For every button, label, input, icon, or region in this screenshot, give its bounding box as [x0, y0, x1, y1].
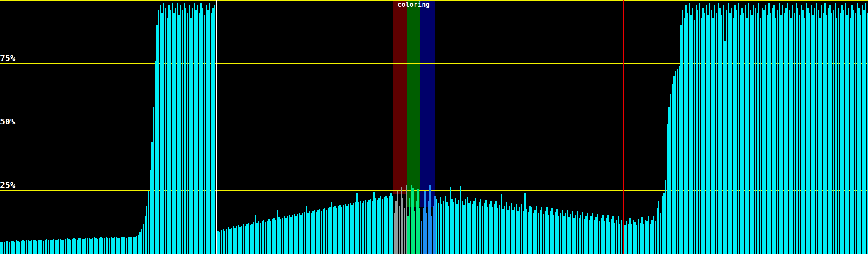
- histogram-bar: [306, 206, 307, 254]
- histogram-bar: [311, 213, 312, 254]
- histogram-bar: [651, 220, 653, 254]
- histogram-bar: [853, 10, 854, 254]
- histogram-bar: [828, 8, 829, 254]
- histogram-bar: [538, 213, 539, 254]
- histogram-bar: [106, 237, 107, 254]
- histogram-bar: [63, 240, 64, 254]
- histogram-bar: [609, 222, 610, 254]
- histogram-bar: [412, 188, 414, 254]
- histogram-bar: [163, 3, 164, 254]
- histogram-bar: [402, 198, 403, 254]
- histogram-bar: [816, 3, 817, 254]
- histogram-bar: [758, 3, 760, 254]
- histogram-bar: [419, 208, 420, 254]
- histogram-bar: [384, 197, 385, 254]
- histogram-bar: [302, 213, 303, 254]
- histogram-bar: [823, 13, 824, 254]
- histogram-bar: [53, 239, 54, 254]
- histogram-bar: [24, 241, 25, 254]
- histogram-bar: [189, 5, 190, 254]
- histogram-bar: [382, 199, 383, 254]
- histogram-bar: [589, 220, 590, 254]
- histogram-bar: [409, 198, 410, 254]
- histogram-bar: [141, 229, 142, 254]
- histogram-bar: [158, 10, 159, 254]
- histogram-bar: [277, 210, 278, 254]
- histogram-bar: [487, 207, 488, 254]
- histogram-bar: [787, 3, 788, 254]
- histogram-bar: [573, 218, 575, 254]
- histogram-bar: [202, 8, 203, 254]
- histogram-bar: [304, 212, 305, 254]
- histogram-bar: [667, 124, 668, 254]
- histogram-bar: [0, 242, 2, 254]
- histogram-bar: [494, 204, 495, 254]
- histogram-bar: [616, 220, 617, 254]
- histogram-bar: [285, 218, 287, 254]
- histogram-bar: [829, 5, 831, 254]
- histogram-bar: [721, 15, 722, 254]
- y-tick-label-25: 25%: [0, 180, 15, 190]
- histogram-bar: [297, 214, 298, 254]
- histogram-bar: [572, 211, 573, 254]
- histogram-bar: [646, 221, 648, 254]
- histogram-bar: [448, 206, 449, 254]
- histogram-bar: [65, 239, 66, 254]
- histogram-bar: [390, 193, 392, 254]
- histogram-bar: [433, 206, 434, 254]
- histogram-bar: [753, 5, 754, 254]
- histogram-bar: [282, 218, 283, 254]
- histogram-bar: [155, 61, 156, 254]
- histogram-bar: [334, 206, 336, 254]
- histogram-bar: [6, 241, 7, 254]
- histogram-bar: [773, 5, 775, 254]
- histogram-bar: [360, 201, 361, 254]
- histogram-bar: [353, 203, 354, 254]
- histogram-bar: [229, 229, 231, 254]
- histogram-bar: [160, 5, 161, 254]
- histogram-bar: [762, 8, 763, 254]
- histogram-bar: [560, 213, 561, 254]
- histogram-bar: [619, 224, 620, 254]
- histogram-bar: [606, 218, 607, 254]
- histogram-bar: [453, 202, 454, 254]
- histogram-bar: [690, 15, 692, 254]
- histogram-bar: [567, 210, 568, 254]
- histogram-bar: [784, 13, 785, 254]
- histogram-bar: [116, 237, 117, 254]
- histogram-bar: [343, 205, 344, 254]
- histogram-bar: [440, 197, 441, 254]
- histogram-bar: [290, 217, 292, 254]
- histogram-bar: [536, 206, 537, 254]
- histogram-bar: [867, 13, 868, 254]
- histogram-bar: [489, 204, 490, 254]
- histogram-bar: [75, 239, 76, 254]
- histogram-bar: [714, 5, 715, 254]
- histogram-bar: [595, 217, 597, 254]
- histogram-bar: [138, 235, 139, 254]
- histogram-bar: [45, 240, 46, 254]
- histogram-bar: [346, 206, 348, 254]
- histogram-bar: [36, 241, 37, 254]
- histogram-bar: [473, 201, 475, 254]
- histogram-bar: [399, 206, 400, 254]
- histogram-bar: [765, 5, 766, 254]
- histogram-bar: [663, 193, 665, 254]
- histogram-bar: [236, 226, 237, 254]
- histogram-bar: [587, 213, 588, 254]
- histogram-bar: [173, 13, 175, 254]
- histogram-bar: [514, 207, 515, 254]
- histogram-bar: [528, 212, 529, 254]
- histogram-bar: [465, 199, 466, 254]
- histogram-bar: [17, 241, 19, 254]
- histogram-bar: [175, 8, 176, 254]
- histogram-bar: [299, 213, 300, 254]
- histogram-bar: [835, 3, 836, 254]
- histogram-bar: [833, 10, 834, 254]
- histogram-bar: [618, 216, 619, 254]
- histogram-bar: [56, 240, 58, 254]
- histogram-bar: [736, 10, 737, 254]
- histogram-bar: [365, 200, 366, 254]
- histogram-bar: [660, 213, 661, 254]
- histogram-bar: [221, 230, 222, 254]
